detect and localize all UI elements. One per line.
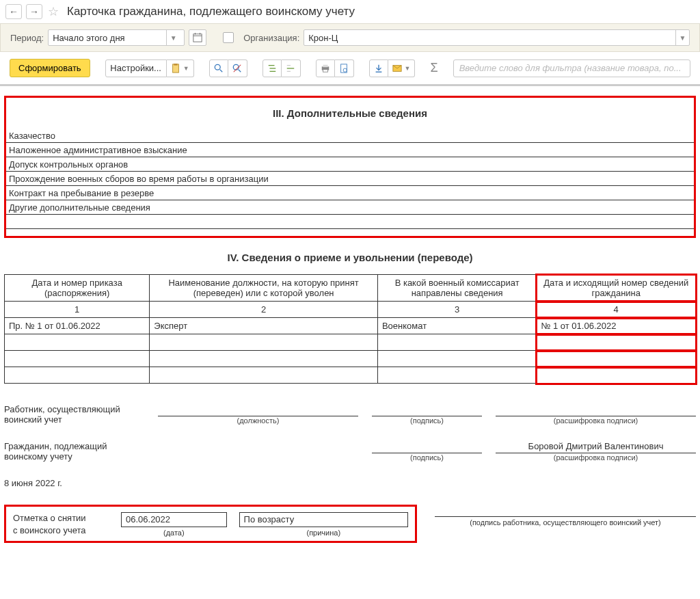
sigma-icon[interactable]: Σ	[430, 61, 438, 75]
find-button[interactable]	[209, 59, 228, 77]
signatures-block: Работник, осуществляющий воинский учет (…	[4, 404, 696, 488]
document-date: 8 июня 2022 г.	[4, 478, 696, 488]
toolbar: Сформировать Настройки... ▼	[0, 52, 700, 86]
generate-button[interactable]: Сформировать	[10, 59, 90, 77]
section-4-table: Дата и номер приказа (распоряжения) Наим…	[4, 274, 696, 384]
email-icon	[392, 64, 402, 73]
table-header-2: Наименование должности, на которую приня…	[150, 275, 378, 302]
period-input[interactable]: Начало этого дня ▼	[48, 29, 185, 46]
organization-input[interactable]: Крон-Ц ▼	[304, 29, 690, 46]
print-button[interactable]	[316, 59, 335, 77]
col-num-3: 3	[377, 302, 537, 318]
nav-forward-button[interactable]: →	[26, 4, 42, 19]
nav-back-button[interactable]: ←	[5, 4, 22, 19]
expand-icon	[267, 64, 277, 73]
field-empty	[6, 215, 694, 229]
save-button[interactable]	[369, 59, 388, 77]
search-cancel-icon	[232, 64, 242, 73]
removal-reason: По возрасту	[239, 512, 408, 527]
org-checkbox[interactable]	[223, 32, 234, 43]
save-icon	[374, 64, 383, 73]
svg-point-6	[215, 64, 220, 70]
period-label: Период:	[10, 33, 44, 43]
field-reserve-contract: Контракт на пребывание в резерве	[6, 186, 694, 200]
worker-sign-label: Работник, осуществляющий воинский учет	[4, 404, 144, 425]
table-header-4: Дата и исходящий номер сведений граждани…	[537, 275, 696, 302]
collapse-icon	[286, 64, 295, 73]
calendar-button[interactable]	[189, 29, 206, 46]
collapse-groups-button[interactable]	[282, 59, 301, 77]
settings-button[interactable]: Настройки...	[105, 59, 167, 77]
print-icon	[321, 64, 330, 73]
field-control-access: Допуск контрольных органов	[6, 157, 694, 172]
citizen-sign-label: Гражданин, подлежащий воинскому учету	[4, 441, 144, 462]
document-preview-icon	[339, 64, 349, 73]
section-3-title: III. Дополнительные сведения	[6, 102, 694, 129]
svg-rect-5	[174, 64, 177, 66]
svg-rect-19	[323, 69, 327, 72]
page-title: Карточка гражданина, подлежащего воинско…	[67, 5, 355, 18]
section-4-title: IV. Сведения о приеме и увольнении (пере…	[4, 250, 696, 274]
footer-row: Отметка о снятии с воинского учета 06.06…	[4, 505, 696, 543]
citizen-name: Боровой Дмитрий Валентинович	[496, 441, 696, 453]
table-header-1: Дата и номер приказа (распоряжения)	[5, 275, 150, 302]
table-row	[5, 367, 696, 384]
svg-rect-0	[193, 34, 202, 42]
clipboard-icon	[171, 64, 180, 73]
favorite-star-icon[interactable]: ☆	[46, 5, 60, 18]
col-num-4: 4	[537, 302, 696, 318]
table-row: Пр. № 1 от 01.06.2022 Эксперт Военкомат …	[5, 318, 696, 334]
chevron-down-icon[interactable]: ▼	[166, 30, 180, 45]
filter-bar: Период: Начало этого дня ▼ Организация: …	[0, 23, 700, 52]
removal-date: 06.06.2022	[121, 512, 227, 527]
calendar-icon	[193, 33, 202, 42]
svg-line-7	[219, 69, 222, 72]
col-num-2: 2	[150, 302, 378, 318]
chevron-down-icon[interactable]: ▼	[675, 30, 689, 45]
filter-input[interactable]: Введите слово для фильтра (название това…	[453, 59, 690, 77]
print-preview-button[interactable]	[335, 59, 354, 77]
period-value: Начало этого дня	[53, 33, 124, 43]
removal-block: Отметка о снятии с воинского учета 06.06…	[4, 505, 417, 543]
report-body: III. Дополнительные сведения Казачество …	[0, 86, 700, 553]
col-num-1: 1	[5, 302, 150, 318]
table-header-3: В какой военный комиссариат направлены с…	[377, 275, 537, 302]
section-3-additional-info: III. Дополнительные сведения Казачество …	[4, 96, 696, 238]
field-other-info: Другие дополнительные сведения	[6, 200, 694, 215]
field-admin-penalty: Наложенное административное взыскание	[6, 143, 694, 157]
expand-groups-button[interactable]	[262, 59, 282, 77]
title-bar: ← → ☆ Карточка гражданина, подлежащего в…	[0, 0, 700, 23]
field-military-training: Прохождение военных сборов во время рабо…	[6, 172, 694, 186]
find-cancel-button[interactable]	[228, 59, 247, 77]
svg-rect-4	[172, 64, 178, 72]
email-button[interactable]: ▼	[388, 59, 416, 77]
svg-rect-18	[323, 64, 327, 67]
table-row	[5, 334, 696, 351]
svg-point-8	[233, 64, 239, 70]
org-label: Организация:	[243, 33, 299, 43]
field-cossacks: Казачество	[6, 129, 694, 143]
table-row	[5, 351, 696, 367]
search-icon	[214, 64, 224, 73]
settings-variants-button[interactable]: ▼	[167, 59, 194, 77]
footer-signature: (подпись работника, осуществляющего воин…	[435, 511, 696, 527]
svg-line-9	[239, 69, 241, 72]
org-value: Крон-Ц	[304, 30, 675, 45]
